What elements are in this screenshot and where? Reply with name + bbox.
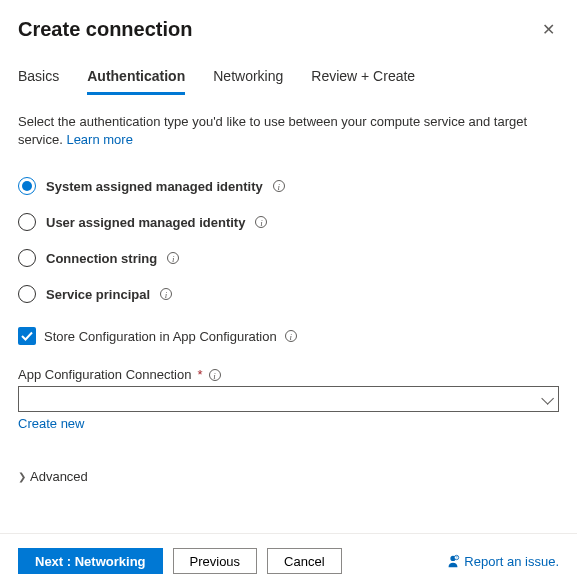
advanced-toggle[interactable]: ❯ Advanced [18,469,559,484]
report-issue-link[interactable]: ? Report an issue. [446,554,559,569]
info-icon[interactable]: i [255,216,267,228]
auth-option-row: System assigned managed identityi [18,177,559,195]
advanced-label: Advanced [30,469,88,484]
previous-button[interactable]: Previous [173,548,258,574]
auth-option-label: User assigned managed identity [46,215,245,230]
tab-review-create[interactable]: Review + Create [311,66,415,95]
info-icon[interactable]: i [285,330,297,342]
auth-option-row: Service principali [18,285,559,303]
chevron-right-icon: ❯ [18,471,26,482]
close-icon[interactable]: ✕ [538,18,559,42]
info-icon[interactable]: i [273,180,285,192]
panel-title: Create connection [18,18,192,41]
required-marker: * [197,367,202,382]
store-config-checkbox[interactable] [18,327,36,345]
description-text: Select the authentication type you'd lik… [18,113,559,149]
auth-type-radio-group: System assigned managed identityiUser as… [18,177,559,303]
store-config-label: Store Configuration in App Configuration [44,329,277,344]
auth-option-label: Connection string [46,251,157,266]
create-new-link[interactable]: Create new [18,416,559,431]
tab-networking[interactable]: Networking [213,66,283,95]
auth-option-row: Connection stringi [18,249,559,267]
auth-radio[interactable] [18,177,36,195]
auth-radio[interactable] [18,213,36,231]
auth-option-label: System assigned managed identity [46,179,263,194]
cancel-button[interactable]: Cancel [267,548,341,574]
auth-radio[interactable] [18,249,36,267]
info-icon[interactable]: i [160,288,172,300]
auth-radio[interactable] [18,285,36,303]
auth-option-label: Service principal [46,287,150,302]
tab-authentication[interactable]: Authentication [87,66,185,95]
report-issue-label: Report an issue. [464,554,559,569]
app-config-select[interactable] [18,386,559,412]
tab-basics[interactable]: Basics [18,66,59,95]
info-icon[interactable]: i [209,369,221,381]
app-config-label: App Configuration Connection [18,367,191,382]
footer: Next : Networking Previous Cancel ? Repo… [0,533,577,588]
learn-more-link[interactable]: Learn more [66,132,132,147]
auth-option-row: User assigned managed identityi [18,213,559,231]
svg-text:?: ? [456,556,458,560]
feedback-icon: ? [446,554,460,568]
tab-bar: BasicsAuthenticationNetworkingReview + C… [18,66,559,95]
next-button[interactable]: Next : Networking [18,548,163,574]
info-icon[interactable]: i [167,252,179,264]
